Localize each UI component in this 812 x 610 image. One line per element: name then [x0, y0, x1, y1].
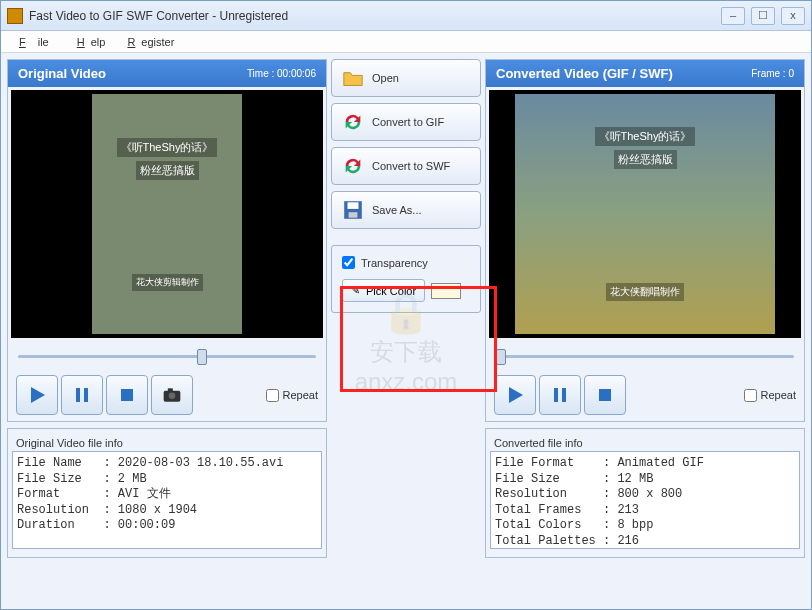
minimize-button[interactable]: – [721, 7, 745, 25]
middle-column: Open Convert to GIF Convert to SWF Save … [331, 59, 481, 603]
svg-rect-13 [599, 389, 611, 401]
pick-color-button[interactable]: ✎ Pick Color [342, 279, 425, 302]
svg-rect-11 [554, 388, 558, 402]
original-video-panel: Original Video Time : 00:00:06 《听TheShy的… [7, 59, 327, 422]
svg-rect-12 [562, 388, 566, 402]
eyedropper-icon: ✎ [351, 284, 360, 297]
pick-color-label: Pick Color [366, 285, 416, 297]
video-overlay-title2: 粉丝恶搞版 [136, 161, 199, 180]
converted-panel-title: Converted Video (GIF / SWF) [496, 66, 673, 81]
menu-file[interactable]: File [7, 34, 61, 50]
svg-rect-6 [168, 388, 173, 391]
options-box: Transparency ✎ Pick Color [331, 245, 481, 313]
svg-rect-2 [84, 388, 88, 402]
converted-panel-header: Converted Video (GIF / SWF) Frame : 0 [486, 60, 804, 87]
original-slider-row [8, 341, 326, 371]
convert-gif-button[interactable]: Convert to GIF [331, 103, 481, 141]
converted-controls: Repeat [486, 371, 804, 421]
converted-video-area: 《听TheShy的话》 粉丝恶搞版 花大侠翻唱制作 [489, 90, 801, 338]
svg-rect-1 [76, 388, 80, 402]
converted-frame-label: Frame : 0 [751, 68, 794, 79]
original-repeat-wrap[interactable]: Repeat [266, 389, 318, 402]
folder-open-icon [342, 67, 364, 89]
original-info-textarea[interactable] [12, 451, 322, 549]
camera-icon [162, 385, 182, 405]
maximize-button[interactable]: ☐ [751, 7, 775, 25]
close-button[interactable]: x [781, 7, 805, 25]
right-panel: Converted Video (GIF / SWF) Frame : 0 《听… [485, 59, 805, 603]
left-panel: Original Video Time : 00:00:06 《听TheShy的… [7, 59, 327, 603]
converted-pause-button[interactable] [539, 375, 581, 415]
video-caption-left: 花大侠剪辑制作 [132, 274, 203, 291]
svg-marker-0 [31, 387, 45, 403]
convert-gif-icon [342, 111, 364, 133]
pick-color-row: ✎ Pick Color [342, 279, 470, 302]
converted-play-button[interactable] [494, 375, 536, 415]
converted-repeat-checkbox[interactable] [744, 389, 757, 402]
original-repeat-label: Repeat [283, 389, 318, 401]
original-info-group: Original Video file info [7, 428, 327, 558]
svg-marker-10 [509, 387, 523, 403]
video-caption-right: 花大侠翻唱制作 [606, 283, 684, 301]
converted-info-legend: Converted file info [490, 437, 587, 449]
transparency-row[interactable]: Transparency [342, 256, 470, 269]
original-stop-button[interactable] [106, 375, 148, 415]
video-overlay-title1: 《听TheShy的话》 [117, 138, 218, 157]
menu-help[interactable]: Help [65, 34, 112, 50]
convert-swf-icon [342, 155, 364, 177]
original-video-thumbnail: 《听TheShy的话》 粉丝恶搞版 花大侠剪辑制作 [92, 94, 242, 334]
video-overlay-title2-r: 粉丝恶搞版 [614, 150, 677, 169]
titlebar: Fast Video to GIF SWF Converter - Unregi… [1, 1, 811, 31]
converted-timeline-slider[interactable] [496, 347, 794, 365]
original-play-button[interactable] [16, 375, 58, 415]
app-window: Fast Video to GIF SWF Converter - Unregi… [0, 0, 812, 610]
svg-rect-3 [121, 389, 133, 401]
svg-point-5 [169, 393, 176, 400]
convert-swf-button[interactable]: Convert to SWF [331, 147, 481, 185]
original-panel-title: Original Video [18, 66, 106, 81]
original-controls: Repeat [8, 371, 326, 421]
menubar: File Help Register [1, 31, 811, 53]
converted-repeat-label: Repeat [761, 389, 796, 401]
content-area: Original Video Time : 00:00:06 《听TheShy的… [1, 53, 811, 609]
converted-video-panel: Converted Video (GIF / SWF) Frame : 0 《听… [485, 59, 805, 422]
converted-video-thumbnail: 《听TheShy的话》 粉丝恶搞版 花大侠翻唱制作 [515, 94, 775, 334]
original-time-label: Time : 00:00:06 [247, 68, 316, 79]
convert-swf-label: Convert to SWF [372, 160, 450, 172]
convert-gif-label: Convert to GIF [372, 116, 444, 128]
video-overlay-title1-r: 《听TheShy的话》 [595, 127, 696, 146]
converted-slider-row [486, 341, 804, 371]
original-pause-button[interactable] [61, 375, 103, 415]
window-controls: – ☐ x [721, 7, 805, 25]
save-icon [342, 199, 364, 221]
open-label: Open [372, 72, 399, 84]
snapshot-button[interactable] [151, 375, 193, 415]
converted-info-group: Converted file info [485, 428, 805, 558]
color-swatch[interactable] [431, 283, 461, 299]
open-button[interactable]: Open [331, 59, 481, 97]
original-panel-header: Original Video Time : 00:00:06 [8, 60, 326, 87]
app-icon [7, 8, 23, 24]
original-timeline-slider[interactable] [18, 347, 316, 365]
original-repeat-checkbox[interactable] [266, 389, 279, 402]
window-title: Fast Video to GIF SWF Converter - Unregi… [29, 9, 721, 23]
svg-rect-8 [348, 202, 359, 209]
converted-stop-button[interactable] [584, 375, 626, 415]
save-as-button[interactable]: Save As... [331, 191, 481, 229]
original-video-area: 《听TheShy的话》 粉丝恶搞版 花大侠剪辑制作 [11, 90, 323, 338]
transparency-checkbox[interactable] [342, 256, 355, 269]
menu-register[interactable]: Register [115, 34, 180, 50]
transparency-label: Transparency [361, 257, 428, 269]
converted-info-textarea[interactable] [490, 451, 800, 549]
converted-repeat-wrap[interactable]: Repeat [744, 389, 796, 402]
original-info-legend: Original Video file info [12, 437, 127, 449]
save-as-label: Save As... [372, 204, 422, 216]
svg-rect-9 [349, 212, 358, 218]
